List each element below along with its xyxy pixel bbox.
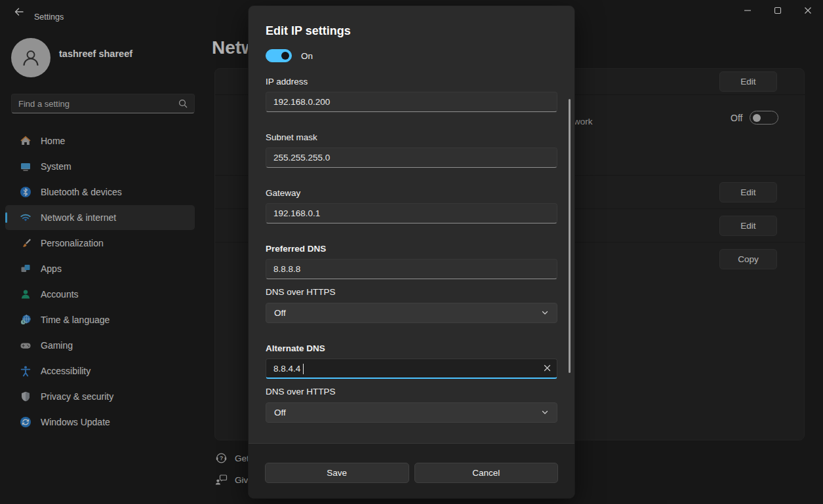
subnet-mask-label: Subnet mask [266, 132, 557, 142]
gateway-input[interactable] [266, 208, 557, 218]
cancel-button[interactable]: Cancel [414, 463, 559, 483]
dialog-scrollbar[interactable] [569, 99, 571, 373]
dialog-footer: Save Cancel [249, 443, 574, 498]
text-caret [303, 364, 304, 374]
edit-ip-settings-dialog: Edit IP settings On IP address Subnet ma… [248, 5, 575, 499]
dialog-body: Edit IP settings On IP address Subnet ma… [249, 6, 574, 443]
combo-selected-value: Off [274, 308, 286, 318]
clear-x-icon [544, 362, 551, 374]
clear-text-button[interactable] [538, 360, 555, 377]
dialog-title: Edit IP settings [266, 24, 557, 38]
ip-address-field [266, 92, 557, 112]
gateway-field [266, 203, 557, 223]
preferred-dns-input[interactable] [266, 264, 557, 274]
ip-settings-toggle[interactable] [266, 49, 292, 62]
combo-selected-value: Off [274, 408, 286, 417]
preferred-dns-label: Preferred DNS [266, 244, 557, 254]
settings-window: Settings tashreef shareef Home [0, 0, 823, 504]
dns-over-https-label-2: DNS over HTTPS [266, 387, 557, 397]
dns-over-https-select-2[interactable]: Off [266, 402, 557, 423]
subnet-mask-input[interactable] [266, 153, 557, 163]
preferred-dns-field [266, 259, 557, 279]
gateway-label: Gateway [266, 188, 557, 198]
ip-settings-toggle-row: On [266, 49, 557, 62]
alternate-dns-input[interactable] [266, 364, 538, 374]
dns-over-https-label-1: DNS over HTTPS [266, 287, 557, 297]
chevron-down-icon [541, 407, 549, 419]
subnet-mask-field [266, 147, 557, 168]
alternate-dns-label: Alternate DNS [266, 343, 557, 353]
dns-over-https-select-1[interactable]: Off [266, 303, 557, 323]
chevron-down-icon [541, 307, 549, 319]
toggle-state-label: On [301, 51, 313, 61]
toggle-knob [281, 52, 289, 60]
save-button[interactable]: Save [265, 463, 409, 483]
alternate-dns-field [266, 359, 557, 379]
ip-address-input[interactable] [266, 97, 557, 107]
ip-address-label: IP address [266, 77, 557, 87]
